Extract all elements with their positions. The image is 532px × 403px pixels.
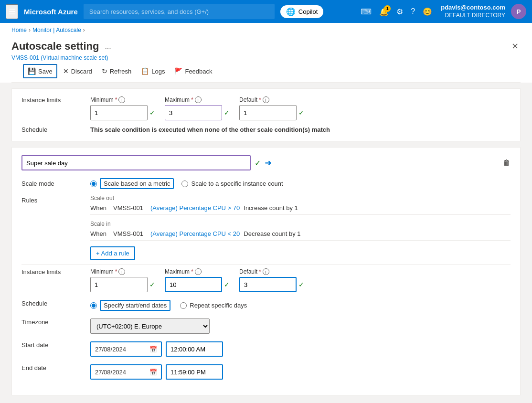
save-button[interactable]: 💾 Save (23, 64, 57, 78)
scale-specific-radio[interactable] (181, 180, 188, 187)
discard-button[interactable]: ✕ Discard (59, 65, 96, 77)
add-rule-button[interactable]: + Add a rule (90, 246, 135, 260)
scale-specific-option[interactable]: Scale to a specific instance count (181, 180, 283, 187)
end-date-label: End date (21, 364, 79, 371)
timezone-select[interactable]: (UTC+02:00) E. Europe (90, 318, 210, 334)
max-info-icon[interactable]: i (195, 268, 202, 275)
specify-dates-radio[interactable] (90, 302, 97, 309)
scale-out-group: Scale out When VMSS-001 (Average) Percen… (90, 195, 511, 215)
add-rule-label: + Add a rule (96, 250, 129, 257)
specify-dates-option[interactable]: Specify start/end dates (90, 300, 170, 311)
start-time-input[interactable] (166, 341, 223, 357)
rules-content-col: Scale out When VMSS-001 (Average) Percen… (90, 195, 511, 260)
required-star-1: * (115, 96, 117, 103)
maximum-label: Maximum * i (165, 268, 230, 275)
default-info-icon[interactable]: i (263, 96, 269, 103)
save-label: Save (38, 68, 53, 75)
default-schedule-text: This scale condition is executed when no… (90, 126, 330, 133)
scale-in-group: Scale in When VMSS-001 (Average) Percent… (90, 221, 511, 241)
discard-label: Discard (71, 68, 92, 75)
scale-out-when: When (90, 204, 109, 212)
start-date-inputs: 27/08/2024 📅 (90, 341, 223, 357)
rules-outer-row: Rules Scale out When VMSS-001 (Average) … (21, 195, 511, 260)
cloud-shell-button[interactable]: ⌨ (358, 4, 374, 19)
minimum-input[interactable] (90, 277, 148, 292)
scale-out-action: Increase count by 1 (244, 204, 298, 212)
default-schedule-label: Schedule (21, 126, 79, 133)
default-condition-card: Instance limits Minimum * i 1 ✓ (11, 88, 521, 141)
default-maximum-input[interactable]: 3 (165, 105, 222, 120)
scale-out-label: Scale out (90, 195, 511, 202)
logs-button[interactable]: 📋 Logs (137, 65, 169, 77)
default-default-label: Default * i (239, 96, 304, 103)
scale-specific-label: Scale to a specific instance count (191, 180, 283, 187)
add-condition-button[interactable]: + Add a scale condition (0, 401, 87, 403)
schedule-options: Specify start/end dates Repeat specific … (90, 300, 247, 311)
rules-label-col: Rules (21, 195, 79, 260)
refresh-button[interactable]: ↻ Refresh (98, 65, 136, 77)
default-input[interactable] (239, 277, 297, 292)
maximum-input[interactable] (165, 277, 222, 292)
settings-button[interactable]: ⚙ (394, 4, 406, 19)
notifications-button[interactable]: 🔔 1 (376, 4, 392, 19)
scale-metric-label: Scale based on a metric (100, 178, 174, 189)
schedule-section-label: Schedule (21, 300, 79, 307)
min-check-icon: ✓ (149, 281, 155, 288)
main-content: Instance limits Minimum * i 1 ✓ (0, 83, 532, 403)
scale-metric-option[interactable]: Scale based on a metric (90, 178, 174, 189)
condition-navigate-icon[interactable]: ➜ (265, 158, 272, 168)
end-date-calendar-icon[interactable]: 📅 (149, 369, 157, 376)
help-button[interactable]: ? (408, 4, 418, 19)
start-date-calendar-icon[interactable]: 📅 (149, 346, 157, 353)
copilot-button[interactable]: 🌐 Copilot (280, 5, 323, 18)
feedback-button[interactable]: 🚩 Feedback (170, 65, 216, 77)
feedback-nav-button[interactable]: 😊 (420, 4, 435, 19)
default-input-wrap: ✓ (239, 277, 304, 292)
default-check-icon: ✓ (298, 109, 304, 117)
breadcrumb-monitor[interactable]: Monitor | Autoscale (32, 27, 81, 33)
refresh-icon: ↻ (102, 67, 107, 75)
default-instance-limits-row: Instance limits Minimum * i 1 ✓ (21, 96, 511, 120)
repeat-days-label: Repeat specific days (190, 302, 247, 309)
logs-icon: 📋 (141, 67, 149, 75)
copilot-label: Copilot (298, 8, 318, 15)
scale-out-metric[interactable]: (Average) Percentage CPU > 70 (150, 204, 240, 212)
def-info-icon[interactable]: i (263, 268, 269, 275)
scale-in-metric[interactable]: (Average) Percentage CPU < 20 (150, 230, 240, 237)
condition-name-input[interactable]: Super sale day (21, 155, 251, 170)
condition-delete-icon[interactable]: 🗑 (503, 159, 511, 167)
copilot-icon: 🌐 (286, 7, 296, 16)
start-date-input[interactable]: 27/08/2024 📅 (90, 341, 162, 357)
limits-group: Minimum * i ✓ Maximum * i (90, 268, 304, 292)
instance-limits-label: Instance limits (21, 268, 79, 276)
default-minimum-input[interactable]: 1 (90, 105, 148, 120)
min-info-icon[interactable]: i (118, 268, 125, 275)
close-button[interactable]: ✕ (510, 39, 521, 53)
user-avatar[interactable]: P (511, 4, 526, 19)
default-default-input[interactable]: 1 (239, 105, 297, 120)
default-maximum-input-wrap: 3 ✓ (165, 105, 230, 120)
ellipsis-button[interactable]: ... (103, 41, 113, 52)
default-field: Default * i ✓ (239, 268, 304, 292)
end-date-value: 27/08/2024 (95, 369, 126, 376)
subtitle-text[interactable]: VMSS-001 (Virtual machine scale set) (11, 54, 108, 61)
discard-icon: ✕ (63, 67, 69, 75)
maximum-info-icon[interactable]: i (195, 96, 202, 103)
hamburger-menu[interactable]: ☰ (6, 4, 18, 19)
toolbar: 💾 Save ✕ Discard ↻ Refresh 📋 Logs 🚩 Feed… (11, 61, 521, 83)
minimum-field: Minimum * i ✓ (90, 268, 155, 292)
scale-in-rule-row: When VMSS-001 (Average) Percentage CPU <… (90, 229, 511, 241)
breadcrumb-home[interactable]: Home (11, 27, 27, 33)
end-time-input[interactable] (166, 364, 223, 380)
repeat-days-option[interactable]: Repeat specific days (180, 302, 247, 309)
top-navigation: ☰ Microsoft Azure 🌐 Copilot ⌨ 🔔 1 ⚙ ? 😊 … (0, 0, 532, 23)
end-date-input[interactable]: 27/08/2024 📅 (90, 364, 162, 380)
page-subtitle: VMSS-001 (Virtual machine scale set) (11, 54, 521, 61)
repeat-days-radio[interactable] (180, 302, 187, 309)
scale-metric-radio[interactable] (90, 180, 97, 187)
maximum-check-icon: ✓ (224, 109, 230, 117)
breadcrumb-sep-1: › (29, 27, 31, 33)
scale-in-when: When (90, 230, 109, 237)
minimum-info-icon[interactable]: i (118, 96, 125, 103)
global-search-input[interactable] (84, 4, 275, 19)
